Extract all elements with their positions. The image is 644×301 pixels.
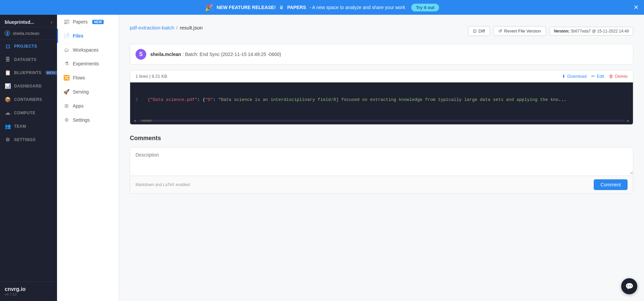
dashboard-icon: 📊 [5,83,11,89]
serving-icon: 🚀 [63,89,69,95]
sidebar-item-settings[interactable]: ⚙ SETTINGS [0,133,57,146]
scroll-track[interactable] [138,120,625,122]
banner-monitor-icon: 🖥 [279,5,284,10]
sidebar-collapse-button[interactable]: ‹ [51,19,52,25]
diff-label: Diff [479,28,485,34]
datasets-icon: 🗄 [5,57,11,62]
sidebar-item-papers[interactable]: 📰 Papers NEW [57,15,119,29]
edit-button[interactable]: ✏ Edit [591,74,604,79]
diff-button[interactable]: ⊡ Diff [468,26,490,36]
workspaces-icon: 🗂 [63,47,69,53]
download-button[interactable]: ⬇ Download [562,74,587,79]
sidebar-item-experiments[interactable]: ⚗ Experiments [57,57,119,71]
line-number: 1 [136,97,142,102]
comments-title: Comments [130,135,633,142]
scroll-left-arrow[interactable]: ◄ [133,118,137,123]
papers-label: Papers [73,19,88,24]
commit-card: S sheila.mclean : Batch: End Sync (2022-… [130,44,633,65]
scroll-right-arrow[interactable]: ► [626,118,630,123]
version-badge: Version: 3b677eda7 @ 15-11-2022 14:49 [549,27,633,36]
containers-icon: 📦 [5,97,11,103]
banner-new-feature: NEW FEATURE RELEASE! [217,5,276,10]
org-name: blueprintsd... [5,19,34,25]
sidebar-label-datasets: DATASETS [14,57,37,62]
flows-icon: 🔀 [63,75,69,81]
version-text: v4.7.62 [5,292,52,296]
code-scroll-bar: ◄ ► [130,117,633,124]
sidebar-label-blueprints: BLUEPRINTS [14,70,42,75]
apps-icon: ⊞ [63,103,69,109]
sidebar-item-workspaces[interactable]: 🗂 Workspaces [57,43,119,57]
sidebar-item-flows[interactable]: 🔀 Flows [57,71,119,85]
file-area: 1 lines | 9.21 KB ⬇ Download ✏ Edit 🗑 [130,70,633,125]
sidebar-item-compute[interactable]: ☁ COMPUTE [0,106,57,120]
code-viewer[interactable]: 1 {"Data science.pdf": {"0": "Data scien… [130,82,633,117]
beta-badge: BETA [46,71,57,75]
comment-box: Markdown and LaTeX enabled Comment [130,147,633,194]
compute-icon: ☁ [5,110,11,116]
revert-label: Revert File Version [504,28,541,34]
sidebar-item-team[interactable]: 👥 TEAM [0,120,57,133]
revert-file-button[interactable]: ↺ Revert File Version [493,26,546,36]
sidebar-item-blueprints[interactable]: 📋 BLUEPRINTS BETA [0,66,57,79]
comment-footer: Markdown and LaTeX enabled Comment [130,176,633,193]
version-value: 3b677eda7 @ 15-11-2022 14:49 [571,29,629,34]
file-toolbar: 1 lines | 9.21 KB ⬇ Download ✏ Edit 🗑 [130,70,633,82]
sidebar-label-compute: COMPUTE [14,111,36,115]
project-settings-label: Settings [73,117,90,123]
breadcrumb-separator: / [176,25,178,31]
download-label: Download [567,74,587,79]
file-size: 9.21 KB [152,74,167,79]
banner-close-button[interactable]: ✕ [634,4,639,11]
sidebar-item-projects[interactable]: ◻ PROJECTS [0,40,57,53]
edit-label: Edit [597,74,604,79]
project-settings-icon: ⚙ [63,117,69,123]
apps-label: Apps [73,103,84,109]
revert-icon: ↺ [498,28,502,34]
version-label: Version: [554,29,570,34]
chat-icon: 💬 [625,282,634,290]
workspaces-label: Workspaces [73,47,99,53]
left-sidebar: blueprintsd... ‹ 👤 sheila.mclean ◻ PROJE… [0,15,57,301]
files-label: Files [73,33,84,39]
comment-button[interactable]: Comment [594,179,628,190]
sidebar-bottom: cnvrg.io v4.7.62 [0,281,57,301]
code-content: {"Data science.pdf": {"0": "Data science… [148,97,566,102]
settings-icon: ⚙ [5,137,11,143]
delete-button[interactable]: 🗑 Delete [609,74,628,79]
breadcrumb-current-file: result.json [180,25,203,31]
sidebar-header: blueprintsd... ‹ [0,15,57,27]
projects-icon: ◻ [5,43,11,49]
banner-icon: 🎉 [205,3,213,11]
sidebar-item-project-settings[interactable]: ⚙ Settings [57,113,119,127]
experiments-icon: ⚗ [63,61,69,67]
code-key: {"Data science.pdf" [148,97,197,102]
sidebar-item-containers[interactable]: 📦 CONTAINERS [0,93,57,106]
sidebar-item-apps[interactable]: ⊞ Apps [57,99,119,113]
sidebar-item-files[interactable]: 📄 Files [57,29,119,43]
file-info: 1 lines | 9.21 KB [136,74,167,79]
user-row: 👤 sheila.mclean [0,27,57,40]
user-icon: 👤 [5,31,10,36]
diff-icon: ⊡ [473,28,477,34]
team-icon: 👥 [5,123,11,129]
delete-label: Delete [615,74,628,79]
edit-icon: ✏ [591,74,595,79]
sidebar-item-datasets[interactable]: 🗄 DATASETS [0,53,57,66]
chat-widget[interactable]: 💬 [621,278,637,294]
comment-textarea[interactable] [130,147,633,174]
top-banner: 🎉 NEW FEATURE RELEASE! 🖥 PAPERS - A new … [0,0,644,15]
second-sidebar: 📰 Papers NEW 📄 Files 🗂 Workspaces ⚗ Expe… [57,15,119,301]
try-it-out-button[interactable]: Try it out [411,4,439,11]
sidebar-item-serving[interactable]: 🚀 Serving [57,85,119,99]
sidebar-label-settings: SETTINGS [14,137,36,142]
sidebar-item-dashboard[interactable]: 📊 DASHBOARD [0,79,57,93]
sidebar-label-dashboard: DASHBOARD [14,84,42,88]
breadcrumb: pdf-extraction-batch / result.json [130,25,203,31]
breadcrumb-project-link[interactable]: pdf-extraction-batch [130,25,174,31]
banner-description: - A new space to analyze and share your … [310,5,406,10]
commit-author: sheila.mclean [150,52,181,57]
main-layout: blueprintsd... ‹ 👤 sheila.mclean ◻ PROJE… [0,15,644,301]
main-content: pdf-extraction-batch / result.json ⊡ Dif… [119,15,644,301]
commit-message: : Batch: End Sync (2022-11-15 14:49:25 -… [182,52,281,57]
